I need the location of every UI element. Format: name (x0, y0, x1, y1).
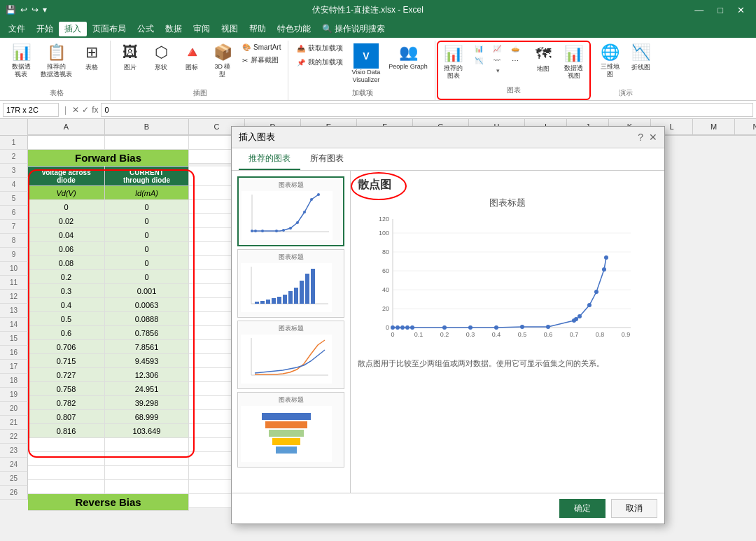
cell-b21[interactable]: 103.649 (105, 424, 189, 438)
chart-thumb-line[interactable]: 图表标题 (237, 321, 344, 389)
maximize-button[interactable]: □ (712, 3, 729, 17)
cell-b16[interactable]: 9.4593 (105, 354, 189, 368)
tab-recommended[interactable]: 推荐的图表 (239, 148, 300, 170)
minimize-button[interactable]: — (689, 3, 709, 17)
ribbon-bar-chart[interactable]: 📉 (470, 55, 487, 66)
cell-a13[interactable]: 0.5 (28, 312, 105, 326)
confirm-formula-icon[interactable]: ✓ (82, 105, 89, 115)
cell-a12[interactable]: 0.4 (28, 298, 105, 312)
menu-review[interactable]: 审阅 (188, 22, 216, 36)
cell-b5[interactable]: 0 (105, 200, 189, 214)
close-button[interactable]: ✕ (732, 3, 750, 17)
cell-a24[interactable] (28, 466, 105, 480)
menu-special[interactable]: 特色功能 (272, 22, 316, 36)
ribbon-recommended-charts[interactable]: 📊 推荐的图表 (440, 43, 468, 81)
menu-insert[interactable]: 插入 (59, 22, 87, 36)
ribbon-table[interactable]: ⊞ 表格 (78, 42, 106, 73)
insert-function-icon[interactable]: fx (92, 105, 98, 115)
cell-b14[interactable]: 0.7856 (105, 326, 189, 340)
col-a[interactable]: A (28, 119, 105, 135)
menu-formula[interactable]: 公式 (132, 22, 160, 36)
cell-a7[interactable]: 0.04 (28, 228, 105, 242)
cell-a23[interactable] (28, 452, 105, 466)
tab-all[interactable]: 所有图表 (300, 148, 354, 170)
col-m[interactable]: M (693, 119, 735, 135)
cell-a6[interactable]: 0.02 (28, 214, 105, 228)
cell-a10[interactable]: 0.2 (28, 270, 105, 284)
chart-thumb-scatter[interactable]: 图表标题 (237, 176, 344, 246)
ribbon-scatter-chart[interactable]: ⋯ (507, 55, 524, 66)
ribbon-screenshot[interactable]: ✂ 屏幕截图 (239, 54, 284, 66)
ribbon-pivot-chart[interactable]: 📊 数据透视图 (560, 43, 588, 81)
ribbon-column-chart[interactable]: 📊 (470, 43, 487, 54)
cell-b8[interactable]: 0 (105, 242, 189, 256)
dialog-ok-button[interactable]: 确定 (559, 499, 606, 518)
ribbon-3d-map[interactable]: 🌐 三维地图 (596, 42, 624, 80)
cell-a25[interactable] (28, 480, 105, 494)
cell-b22[interactable] (105, 438, 189, 452)
col-n[interactable]: N (735, 119, 756, 135)
ribbon-line-chart[interactable]: 📈 (489, 43, 505, 54)
undo-icon[interactable]: ↩ (20, 5, 27, 15)
menu-home[interactable]: 开始 (31, 22, 59, 36)
ribbon-pie-chart[interactable]: 🥧 (507, 43, 524, 54)
formula-input[interactable]: 0 (101, 103, 753, 117)
cell-a22[interactable] (28, 438, 105, 452)
ribbon-map-chart[interactable]: 🗺 地图 (529, 43, 557, 75)
cell-b9[interactable]: 0 (105, 256, 189, 270)
cell-b11[interactable]: 0.001 (105, 284, 189, 298)
cell-b1[interactable] (105, 136, 189, 150)
cell-a20[interactable]: 0.807 (28, 410, 105, 424)
cell-b7[interactable]: 0 (105, 228, 189, 242)
ribbon-icon[interactable]: 🔺 图标 (178, 42, 206, 73)
cell-b12[interactable]: 0.0063 (105, 298, 189, 312)
menu-file[interactable]: 文件 (3, 22, 31, 36)
cell-b23[interactable] (105, 452, 189, 466)
cell-b17[interactable]: 12.306 (105, 368, 189, 382)
cell-a14[interactable]: 0.6 (28, 326, 105, 340)
customize-icon[interactable]: ▾ (43, 5, 47, 15)
cancel-formula-icon[interactable]: ✕ (72, 105, 79, 115)
ribbon-recommended-pivot[interactable]: 📋 推荐的数据透视表 (38, 42, 75, 80)
cell-a8[interactable]: 0.06 (28, 242, 105, 256)
save-icon[interactable]: 💾 (6, 5, 16, 15)
cell-b10[interactable]: 0 (105, 270, 189, 284)
ribbon-shape[interactable]: ⬡ 形状 (147, 42, 175, 73)
ribbon-image[interactable]: 🖼 图片 (116, 42, 144, 73)
cell-a17[interactable]: 0.727 (28, 368, 105, 382)
cell-b13[interactable]: 0.0888 (105, 312, 189, 326)
cell-a11[interactable]: 0.3 (28, 284, 105, 298)
ribbon-get-addins[interactable]: 📥 获取加载项 (294, 42, 346, 55)
ribbon-my-addins[interactable]: 📌 我的加载项 (294, 56, 346, 69)
menu-help[interactable]: 帮助 (244, 22, 272, 36)
menu-view[interactable]: 视图 (216, 22, 244, 36)
cell-reverse-bias-title[interactable]: Reverse Bias (28, 494, 189, 511)
name-box[interactable]: 17R x 2C (3, 103, 59, 117)
cell-a1[interactable] (28, 136, 105, 150)
cell-a16[interactable]: 0.715 (28, 354, 105, 368)
ribbon-pivot-table[interactable]: 📊 数据透视表 (7, 42, 35, 80)
cell-a5[interactable]: 0 (28, 200, 105, 214)
col-b[interactable]: B (105, 119, 189, 135)
menu-search[interactable]: 🔍 操作说明搜索 (316, 22, 391, 36)
chart-thumb-bar[interactable]: 图表标题 (237, 249, 344, 318)
ribbon-3d-model[interactable]: 📦 3D 模型 (209, 42, 237, 80)
dialog-help-icon[interactable]: ? (638, 132, 643, 143)
dialog-cancel-button[interactable]: 取消 (611, 499, 657, 518)
cell-b18[interactable]: 24.951 (105, 382, 189, 396)
cell-a21[interactable]: 0.816 (28, 424, 105, 438)
ribbon-people-graph[interactable]: 👥 People Graph (386, 42, 430, 71)
ribbon-smartart[interactable]: 🎨 SmartArt (239, 42, 284, 52)
cell-b25[interactable] (105, 480, 189, 494)
insert-chart-dialog[interactable]: 插入图表 ? ✕ 推荐的图表 所有图表 图表标题 (231, 126, 665, 524)
ribbon-sparkline[interactable]: 📉 折线图 (627, 42, 655, 73)
ribbon-visio[interactable]: V Visio DataVisualizer (349, 42, 383, 85)
dialog-close-icon[interactable]: ✕ (649, 132, 657, 143)
cell-b19[interactable]: 39.298 (105, 396, 189, 410)
cell-a19[interactable]: 0.782 (28, 396, 105, 410)
cell-b24[interactable] (105, 466, 189, 480)
cell-b15[interactable]: 7.8561 (105, 340, 189, 354)
chart-thumb-pyramid[interactable]: 图表标题 (237, 392, 344, 468)
cell-forward-bias-title[interactable]: Forward Bias (28, 150, 189, 167)
cell-a18[interactable]: 0.758 (28, 382, 105, 396)
